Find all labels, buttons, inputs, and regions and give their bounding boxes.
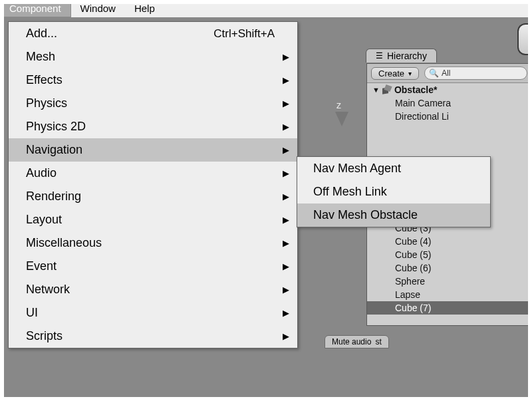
component-menu-audio[interactable]: Audio ▶ <box>9 162 297 185</box>
unity-logo-icon <box>381 85 391 95</box>
component-menu-effects-label: Effects <box>26 73 63 87</box>
navigation-submenu-obstacle[interactable]: Nav Mesh Obstacle <box>297 203 490 227</box>
submenu-arrow-icon: ▶ <box>283 98 289 108</box>
component-menu-ui-label: UI <box>26 306 38 320</box>
gizmo-z-label: z <box>336 100 341 110</box>
menu-component[interactable]: Component <box>0 0 71 17</box>
component-menu-navigation[interactable]: Navigation ▶ <box>9 138 297 162</box>
component-menu-effects[interactable]: Effects ▶ <box>9 68 297 92</box>
submenu-arrow-icon: ▶ <box>283 145 289 155</box>
hierarchy-item-directional-light[interactable]: Directional Li <box>367 110 531 123</box>
expand-triangle-icon[interactable]: ▼ <box>372 86 380 94</box>
component-menu-network[interactable]: Network ▶ <box>9 278 297 301</box>
menubar: Component Window Help <box>0 0 532 18</box>
navigation-submenu: Nav Mesh Agent Off Mesh Link Nav Mesh Ob… <box>297 156 491 227</box>
navigation-submenu-offmesh[interactable]: Off Mesh Link <box>297 180 490 203</box>
component-menu-event-label: Event <box>26 259 57 273</box>
mute-audio-suffix: st <box>375 337 381 346</box>
submenu-arrow-icon: ▶ <box>283 52 289 62</box>
component-menu-network-label: Network <box>26 283 70 297</box>
component-menu-scripts-label: Scripts <box>26 329 63 343</box>
hierarchy-root-label: Obstacle* <box>394 84 438 95</box>
navigation-submenu-agent-label: Nav Mesh Agent <box>313 162 401 176</box>
hierarchy-tab-icon: ☰ <box>376 51 383 61</box>
submenu-arrow-icon: ▶ <box>283 238 289 248</box>
component-menu-mesh-label: Mesh <box>26 50 55 64</box>
hierarchy-tab[interactable]: ☰ Hierarchy <box>366 47 497 64</box>
component-menu-miscellaneous[interactable]: Miscellaneous ▶ <box>9 231 297 255</box>
submenu-arrow-icon: ▶ <box>283 331 289 341</box>
chevron-down-icon: ▾ <box>408 70 412 77</box>
component-menu-ui[interactable]: UI ▶ <box>9 301 297 325</box>
mute-audio-toggle[interactable]: Mute audio st <box>325 335 389 348</box>
search-icon: 🔍 <box>429 68 439 78</box>
hierarchy-search-input[interactable]: 🔍 All <box>424 67 527 80</box>
submenu-arrow-icon: ▶ <box>283 168 289 178</box>
submenu-arrow-icon: ▶ <box>283 192 289 201</box>
hierarchy-item-main-camera[interactable]: Main Camera <box>367 96 531 110</box>
hierarchy-item-cube-7[interactable]: Cube (7) <box>367 301 531 315</box>
navigation-submenu-obstacle-label: Nav Mesh Obstacle <box>313 208 418 222</box>
component-menu-navigation-label: Navigation <box>26 143 82 157</box>
component-menu-audio-label: Audio <box>26 166 57 180</box>
hierarchy-item-cube-4[interactable]: Cube (4) <box>367 235 531 248</box>
component-menu-miscellaneous-label: Miscellaneous <box>26 236 102 250</box>
component-menu-event[interactable]: Event ▶ <box>9 255 297 278</box>
navigation-submenu-offmesh-label: Off Mesh Link <box>313 185 387 199</box>
menu-help[interactable]: Help <box>125 0 164 17</box>
hierarchy-item-lapse[interactable]: Lapse <box>367 288 531 301</box>
component-menu-rendering[interactable]: Rendering ▶ <box>9 185 297 208</box>
component-menu-add-label: Add... <box>26 27 57 41</box>
component-menu-layout-label: Layout <box>26 213 62 227</box>
submenu-arrow-icon: ▶ <box>283 75 289 85</box>
hierarchy-item-cube-6[interactable]: Cube (6) <box>367 261 531 275</box>
hierarchy-search-placeholder: All <box>442 68 450 78</box>
component-menu-physics2d[interactable]: Physics 2D ▶ <box>9 115 297 138</box>
create-button[interactable]: Create ▾ <box>371 67 419 80</box>
submenu-arrow-icon: ▶ <box>283 261 289 271</box>
mute-audio-label: Mute audio <box>332 337 371 346</box>
submenu-arrow-icon: ▶ <box>283 308 289 318</box>
component-menu-add[interactable]: Add... Ctrl+Shift+A <box>9 22 297 45</box>
component-menu-mesh[interactable]: Mesh ▶ <box>9 45 297 68</box>
hierarchy-item-sphere[interactable]: Sphere <box>367 275 531 288</box>
menu-window[interactable]: Window <box>71 0 125 17</box>
toolbar-button-truncated[interactable] <box>517 23 532 55</box>
navigation-submenu-agent[interactable]: Nav Mesh Agent <box>297 157 490 180</box>
component-menu-scripts[interactable]: Scripts ▶ <box>9 325 297 348</box>
component-menu: Add... Ctrl+Shift+A Mesh ▶ Effects ▶ Phy… <box>8 21 298 348</box>
submenu-arrow-icon: ▶ <box>283 215 289 225</box>
create-button-label: Create <box>378 68 404 78</box>
submenu-arrow-icon: ▶ <box>283 122 289 132</box>
component-menu-physics[interactable]: Physics ▶ <box>9 92 297 115</box>
component-menu-physics2d-label: Physics 2D <box>26 120 86 134</box>
gizmo-z-cone-icon <box>335 112 348 126</box>
hierarchy-tab-label: Hierarchy <box>387 51 427 61</box>
component-menu-layout[interactable]: Layout ▶ <box>9 208 297 231</box>
component-menu-add-shortcut: Ctrl+Shift+A <box>213 27 275 41</box>
component-menu-physics-label: Physics <box>26 96 67 110</box>
hierarchy-item-cube-5[interactable]: Cube (5) <box>367 248 531 261</box>
component-menu-rendering-label: Rendering <box>26 190 81 203</box>
hierarchy-scene-root[interactable]: ▼ Obstacle* <box>367 83 531 96</box>
hierarchy-toolbar: Create ▾ 🔍 All <box>367 64 531 83</box>
submenu-arrow-icon: ▶ <box>283 285 289 295</box>
